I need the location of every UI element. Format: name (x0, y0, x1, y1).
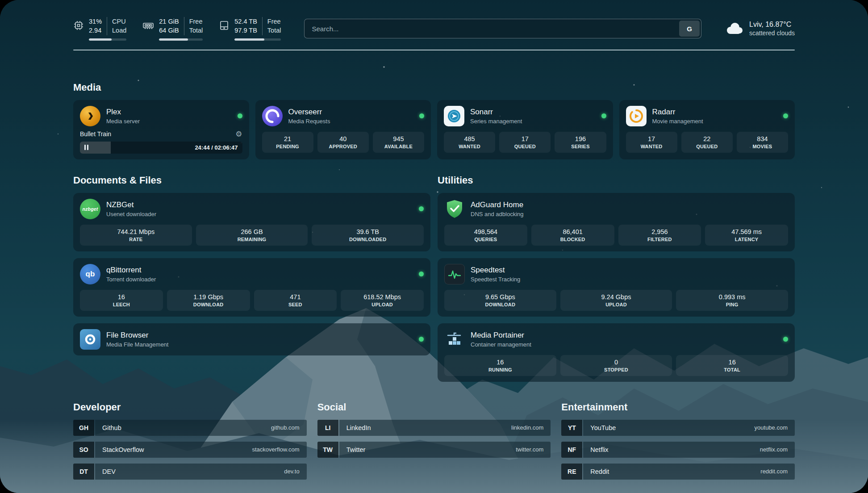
app-card-radarr[interactable]: Radarr Movie management 17 WANTED 22 QUE… (619, 100, 795, 159)
app-card-overseerr[interactable]: Overseerr Media Requests 21 PENDING 40 A… (255, 100, 431, 159)
stat-label: UPLOAD (342, 302, 422, 307)
stat-box: 47.569 ms LATENCY (705, 225, 788, 246)
cpu-percent: 31% (89, 17, 102, 26)
bookmark-row-twitter[interactable]: TW Twitter twitter.com (317, 442, 551, 458)
status-dot (419, 337, 424, 342)
status-dot (783, 337, 788, 342)
memory-monitor: 21 GiB 64 GiB Free Total (142, 17, 203, 41)
search-area: G (304, 19, 701, 38)
stat-box: 9.65 Gbps DOWNLOAD (444, 290, 556, 311)
bookmark-row-linkedin[interactable]: LI LinkedIn linkedin.com (317, 420, 551, 436)
cpu-monitor-body: 31% 2.94 CPU Load (89, 17, 126, 41)
search-engine-button[interactable]: G (679, 21, 700, 37)
stat-box: 16 TOTAL (676, 355, 788, 376)
settings-gear-icon[interactable]: ⚙ (235, 130, 242, 138)
bookmark-row-netflix[interactable]: NF Netflix netflix.com (561, 442, 795, 458)
app-card-adguard[interactable]: AdGuard Home DNS and adblocking 498,564 … (438, 193, 795, 251)
search-input[interactable] (312, 25, 678, 33)
middle-columns: Documents & Files nzbget NZBGet Usenet d… (73, 175, 795, 382)
bookmark-url: reddit.com (760, 468, 788, 475)
bookmark-row-youtube[interactable]: YT YouTube youtube.com (561, 420, 795, 436)
status-dot (419, 206, 424, 211)
app-card-portainer[interactable]: Media Portainer Container management 16 … (438, 323, 795, 382)
bookmark-row-reddit[interactable]: RE Reddit reddit.com (561, 464, 795, 480)
disk-monitor: 52.4 TB 97.9 TB Free Total (219, 17, 281, 41)
bookmark-abbr: GH (73, 420, 94, 436)
bookmark-body: YouTube youtube.com (583, 420, 795, 436)
memory-monitor-body: 21 GiB 64 GiB Free Total (159, 17, 203, 41)
stat-box: 39.6 TB DOWNLOADED (312, 225, 424, 246)
stat-label: WANTED (446, 144, 493, 149)
app-card-sonarr[interactable]: Sonarr Series management 485 WANTED 17 Q… (437, 100, 613, 159)
bookmark-body: LinkedIn linkedin.com (339, 420, 551, 436)
app-subtitle: Series management (470, 118, 522, 125)
stat-box: 16 LEECH (80, 290, 163, 311)
app-subtitle: Usenet downloader (106, 211, 156, 217)
stat-value: 39.6 TB (313, 228, 422, 235)
bookmark-name: StackOverflow (102, 446, 144, 453)
stat-box: 86,401 BLOCKED (531, 225, 614, 246)
memory-icon (142, 20, 154, 33)
bookmark-row-stackoverflow[interactable]: SO StackOverflow stackoverflow.com (73, 442, 307, 458)
app-title: AdGuard Home (471, 201, 524, 209)
stat-value: 1.19 Gbps (169, 293, 248, 301)
bookmark-row-github[interactable]: GH Github github.com (73, 420, 307, 436)
stat-value: 266 GB (198, 228, 306, 235)
status-dot (419, 272, 424, 276)
stat-label: RUNNING (446, 367, 555, 372)
sonarr-icon (444, 106, 464, 126)
stat-value: 0 (562, 359, 671, 366)
stat-box: 17 WANTED (626, 132, 677, 153)
app-title: Overseerr (288, 108, 330, 117)
stat-box: 40 APPROVED (317, 132, 369, 153)
app-card-plex[interactable]: Plex Media server Bullet Train ⚙ 24:44 /… (73, 100, 249, 159)
app-card-filebrowser[interactable]: File Browser Media File Management (73, 323, 430, 355)
stat-label: REMAINING (198, 237, 306, 242)
section-title-media: Media (73, 82, 795, 93)
stat-value: 618.52 Mbps (342, 293, 422, 301)
bookmark-group-developer: Developer GH Github github.com SO StackO… (73, 401, 307, 480)
bookmark-name: DEV (102, 468, 116, 475)
cpu-load-label: Load (112, 26, 126, 35)
now-playing-title: Bullet Train (80, 130, 111, 138)
cpu-load-value: 2.94 (89, 26, 102, 35)
radarr-icon (626, 106, 647, 126)
app-title: Radarr (652, 108, 703, 117)
memory-total-label: Total (189, 26, 203, 35)
stat-value: 945 (375, 135, 422, 142)
stat-label: QUEUED (501, 144, 549, 149)
app-card-qbittorrent[interactable]: qb qBittorrent Torrent downloader 16 LEE… (73, 258, 430, 317)
status-dot (238, 113, 242, 118)
app-card-speedtest[interactable]: Speedtest Speedtest Tracking 9.65 Gbps D… (438, 258, 795, 317)
disk-total-label: Total (267, 26, 281, 35)
bookmark-abbr: LI (317, 420, 338, 436)
disk-free-value: 52.4 TB (234, 17, 257, 26)
stat-value: 17 (628, 135, 676, 142)
media-grid: Plex Media server Bullet Train ⚙ 24:44 /… (73, 100, 795, 159)
top-bar: 31% 2.94 CPU Load (73, 17, 795, 41)
bookmark-name: Reddit (590, 468, 609, 475)
stat-value: 196 (556, 135, 604, 142)
stat-box: 471 SEED (254, 290, 337, 311)
stat-label: WANTED (628, 144, 676, 149)
app-subtitle: Media Requests (288, 118, 330, 125)
stat-value: 40 (319, 135, 367, 142)
stat-label: SERIES (556, 144, 604, 149)
bookmark-abbr: SO (73, 442, 94, 458)
stat-label: STOPPED (562, 367, 671, 372)
app-title: Speedtest (471, 266, 520, 275)
pause-button[interactable] (84, 145, 88, 150)
portainer-icon (444, 329, 465, 350)
playback-time: 24:44 / 02:06:47 (195, 144, 238, 151)
stat-value: 86,401 (533, 228, 613, 235)
stat-box: 0 STOPPED (560, 355, 672, 376)
bookmark-body: StackOverflow stackoverflow.com (95, 442, 307, 458)
app-card-nzbget[interactable]: nzbget NZBGet Usenet downloader 744.21 M… (73, 193, 430, 251)
stat-box: 196 SERIES (555, 132, 606, 153)
cloud-icon (725, 21, 743, 36)
stat-box: 17 QUEUED (499, 132, 551, 153)
section-title-entertainment: Entertainment (561, 401, 795, 413)
status-dot (783, 113, 788, 118)
stat-label: LEECH (82, 302, 161, 307)
bookmark-row-dev[interactable]: DT DEV dev.to (73, 464, 307, 480)
